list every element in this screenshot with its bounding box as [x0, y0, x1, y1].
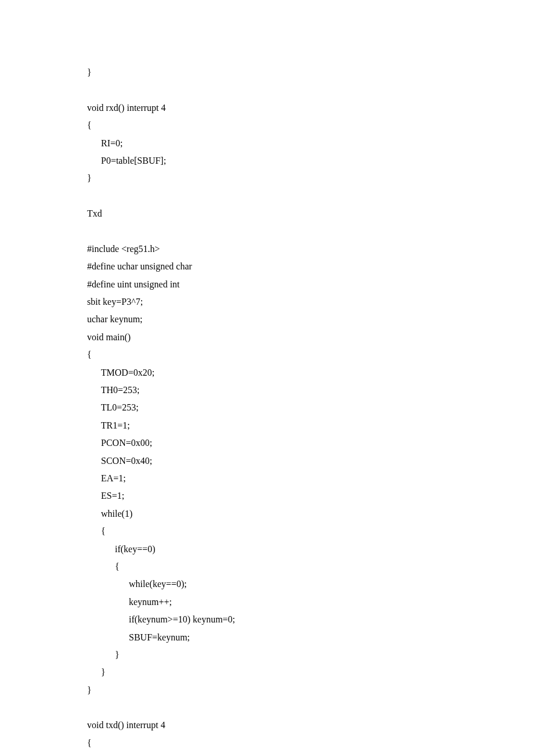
document-page: } void rxd() interrupt 4 { RI=0; P0=tabl…: [0, 0, 534, 756]
code-block: } void rxd() interrupt 4 { RI=0; P0=tabl…: [87, 64, 447, 756]
